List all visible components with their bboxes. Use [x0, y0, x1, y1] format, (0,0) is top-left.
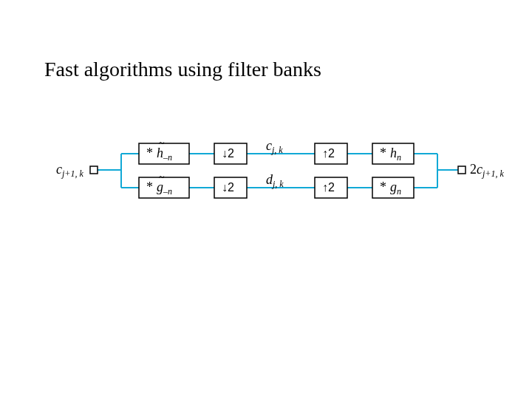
svg-text:↓2: ↓2 [222, 147, 234, 160]
svg-text:*: * [380, 146, 386, 160]
svg-text:*: * [380, 180, 386, 194]
input-node [90, 166, 98, 174]
svg-text:↑2: ↑2 [322, 181, 335, 194]
coeffs-d: dj, k [266, 172, 284, 189]
output-label: 2cj+1, k [470, 162, 504, 179]
svg-text:↑2: ↑2 [322, 147, 335, 160]
output-node [458, 166, 466, 174]
coeffs-c: cj, k [266, 138, 283, 155]
svg-text:*: * [146, 146, 153, 160]
input-label: cj+1, k [56, 162, 83, 179]
svg-text:*: * [146, 180, 153, 194]
svg-text:↓2: ↓2 [222, 181, 234, 194]
filterbank-diagram: * ~ h–n ↓2 cj, k ↑2 * hn * ~ g–n ↓2 dj, … [0, 0, 532, 399]
